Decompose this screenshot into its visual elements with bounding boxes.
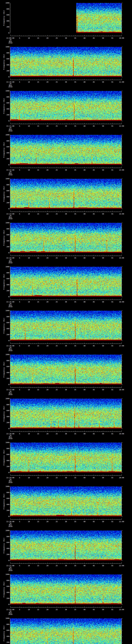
x-tick-label: 55 [111,565,113,566]
y-axis-title: Frequency (Hz) [3,494,5,510]
x-minor-tick [64,387,64,388]
y-major-tick [9,548,10,549]
y-tick-label: 800 [4,624,9,625]
x-major-tick [20,475,20,476]
x-tick-label: 10 [28,345,30,346]
y-minor-tick [10,502,10,502]
x-tick-label: 40 [84,521,86,522]
x-minor-tick [68,519,68,520]
x-minor-tick [114,211,114,212]
x-minor-tick [114,343,114,344]
x-minor-tick [77,387,77,388]
x-tick-label: 30 [65,609,67,610]
y-major-tick [122,191,123,191]
date-line: 2016 [8,130,12,132]
x-minor-tick [99,563,100,564]
x-tick-label: 35 [74,301,76,303]
x-end-tick [10,210,10,212]
x-tick-label: 5 [19,433,20,434]
x-minor-tick [62,431,62,432]
x-minor-tick [12,36,12,36]
x-minor-tick [86,167,86,168]
y-minor-tick [122,251,122,252]
x-major-tick [66,211,66,212]
x-minor-tick [86,475,86,476]
x-minor-tick [68,343,68,344]
x-minor-tick [99,607,100,608]
y-minor-tick [10,364,10,364]
x-major-tick [66,431,66,432]
y-minor-tick [10,226,10,226]
y-major-tick [122,504,123,505]
y-tick-label: 400 [4,548,9,550]
x-tick-label: 20 [46,169,48,171]
y-minor-tick [122,282,122,282]
x-minor-tick [46,211,46,212]
y-major-tick [9,454,10,455]
date-line: 2016 [8,438,12,439]
y-minor-tick [122,635,122,635]
y-minor-tick [10,547,10,547]
date-line: 2016 [8,526,12,527]
x-minor-tick [23,211,24,212]
x-minor-tick [14,607,14,608]
y-tick-label: 200 [4,510,9,511]
x-minor-tick [60,343,60,344]
x-minor-tick [16,79,16,80]
y-minor-tick [122,462,122,462]
x-tick-label: 45 [93,257,95,259]
x-major-tick [20,255,20,256]
x-minor-tick [60,79,60,80]
x-tick-label: 40 [84,565,86,566]
y-major-tick [122,209,123,209]
x-tick-label: 25 [56,81,58,83]
y-major-tick [9,253,10,253]
end-time-label: 10:00 [119,37,124,39]
date-line: 2016 [8,614,12,615]
y-tick-label: 800 [4,404,9,406]
x-major-tick [20,387,20,388]
x-tick-label: 5 [19,213,20,215]
x-tick-label: 15 [37,169,39,171]
x-minor-tick [23,36,24,36]
y-major-tick [122,197,123,197]
x-tick-label: 50 [102,169,104,171]
x-minor-tick [60,387,60,388]
y-minor-tick [10,462,10,462]
y-minor-tick [10,558,10,558]
y-major-tick [9,185,10,185]
x-minor-tick [120,387,120,388]
x-minor-tick [116,299,116,300]
x-minor-tick [77,343,77,344]
y-major-tick [122,378,123,379]
x-minor-tick [46,255,46,256]
x-axis-line [10,388,122,388]
y-tick-label: 400 [4,592,9,594]
y-minor-tick [10,509,10,509]
x-tick-label: 15 [37,125,39,127]
y-minor-tick [10,276,10,276]
y-major-tick [9,460,10,461]
x-tick-label: 10 [28,81,30,83]
x-minor-tick [46,299,46,300]
x-minor-tick [73,343,74,344]
x-minor-tick [58,475,59,476]
y-major-tick [122,253,123,253]
x-minor-tick [18,36,18,36]
y-minor-tick [122,415,122,415]
x-minor-tick [108,475,109,476]
y-tick-label: 400 [4,20,9,22]
x-tick-label: 5 [19,301,20,303]
y-minor-tick [10,26,10,26]
x-minor-tick [46,475,46,476]
x-tick-label: 30 [65,565,67,566]
y-axis-title: Frequency (Hz) [3,450,5,466]
y-minor-tick [122,180,122,180]
y-minor-tick [10,402,10,402]
y-tick-label: 800 [4,316,9,318]
x-tick-label: 25 [56,345,58,346]
x-minor-tick [108,519,109,520]
x-tick-label: 40 [84,477,86,478]
y-minor-tick [10,470,10,470]
y-minor-tick [122,446,122,446]
